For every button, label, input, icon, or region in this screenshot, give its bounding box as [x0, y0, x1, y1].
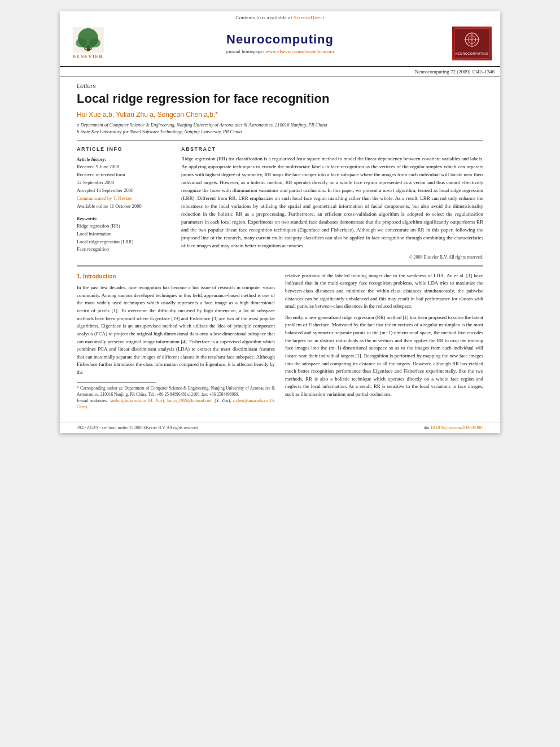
- article-body: Letters Local ridge regression for face …: [60, 77, 500, 422]
- keyword-2: Local information: [77, 231, 170, 238]
- section-divider: [77, 140, 483, 141]
- body-column-left: 1. Introduction In the past few decades,…: [77, 272, 275, 410]
- footnote-email: E-mail addresses: xuehui@nuaa.edu.cn (H.…: [77, 397, 275, 410]
- revised-date: 12 September 2008: [77, 180, 170, 186]
- received-date: Received 9 June 2008: [77, 164, 170, 171]
- article-title: Local ridge regression for face recognit…: [77, 91, 483, 106]
- svg-point-4: [89, 38, 100, 47]
- history-label: Article history:: [77, 156, 170, 162]
- article-info-title: ARTICLE INFO: [77, 146, 170, 152]
- elsevier-tree-icon: [73, 27, 104, 53]
- doi-text: doi:10.1016/j.neucom.2008.09.007: [424, 425, 483, 430]
- email2-cont: (Y. Zhu),: [215, 398, 231, 403]
- affiliation-b: b State Key Laboratory for Novel Softwar…: [77, 129, 483, 134]
- journal-ref-text: Neurocomputing 72 (2009) 1342–1346: [415, 69, 495, 75]
- info-abstract-columns: ARTICLE INFO Article history: Received 9…: [77, 146, 483, 259]
- intro-para1: In the past few decades, face recognitio…: [77, 284, 275, 377]
- journal-homepage: journal homepage: www.elsevier.com/locat…: [111, 49, 449, 54]
- elsevier-label: ELSEVIER: [73, 54, 103, 59]
- nc-logo-box: NEUROCOMPUTING: [452, 27, 492, 60]
- contents-available: Contents lists available at ScienceDirec…: [60, 15, 500, 20]
- homepage-text: journal homepage:: [226, 49, 264, 54]
- article-ref: Neurocomputing 72 (2009) 1342–1346: [60, 67, 500, 77]
- email1[interactable]: xuehui@nuaa.edu.cn (H. Xue),: [110, 398, 165, 403]
- available-online: Available online 11 October 2008: [77, 203, 170, 210]
- footnote-star-text: * Corresponding author at: Department of…: [77, 386, 275, 397]
- email2[interactable]: lianyi_1999@hotmail.com: [167, 398, 212, 403]
- keyword-3: Local ridge regression (LRR): [77, 239, 170, 246]
- section-label: Letters: [77, 82, 483, 89]
- elsevier-logo: ELSEVIER: [65, 25, 111, 62]
- communicated-by: Communicated by T. Heskes: [77, 195, 170, 202]
- page: Contents lists available at ScienceDirec…: [60, 11, 500, 433]
- sciencedirect-link[interactable]: ScienceDirect: [294, 15, 324, 20]
- bottom-bar: 0925-2312/$ - see front matter © 2008 El…: [60, 422, 500, 433]
- keywords-block: Keywords: Ridge regression (RR) Local in…: [77, 216, 170, 254]
- intro-para3: Recently, a new generalized ridge regres…: [285, 314, 483, 399]
- issn-text: 0925-2312/$ - see front matter © 2008 El…: [77, 425, 199, 430]
- body-columns: 1. Introduction In the past few decades,…: [77, 272, 483, 410]
- svg-point-3: [76, 38, 87, 47]
- journal-title-block: Neurocomputing journal homepage: www.els…: [111, 32, 449, 54]
- journal-title: Neurocomputing: [111, 32, 449, 47]
- affiliation-a: a Department of Computer Science & Engin…: [77, 122, 483, 128]
- doi-label: doi:: [424, 425, 431, 430]
- revised-label: Received in revised form: [77, 172, 170, 178]
- journal-header: Contents lists available at ScienceDirec…: [60, 11, 500, 67]
- abstract-title: ABSTRACT: [181, 146, 483, 152]
- contents-text: Contents lists available at: [235, 15, 292, 20]
- email-label: E-mail addresses:: [77, 398, 108, 403]
- intro-heading: 1. Introduction: [77, 272, 275, 281]
- abstract-column: ABSTRACT Ridge regression (RR) for class…: [181, 146, 483, 259]
- svg-text:NEUROCOMPUTING: NEUROCOMPUTING: [456, 52, 489, 55]
- accepted-date: Accepted 16 September 2008: [77, 187, 170, 194]
- keyword-1: Ridge regression (RR): [77, 223, 170, 230]
- authors: Hui Xue a,b, Yulian Zhu a, Songcan Chen …: [77, 111, 483, 119]
- doi-value[interactable]: 10.1016/j.neucom.2008.09.007: [430, 425, 483, 430]
- footnote-divider: [77, 382, 156, 383]
- keywords-label: Keywords:: [77, 216, 170, 221]
- intro-para2: relative positions of the labeled traini…: [285, 272, 483, 311]
- main-divider: [77, 265, 483, 267]
- neurocomputing-logo: NEUROCOMPUTING: [449, 25, 495, 62]
- body-column-right: relative positions of the labeled traini…: [285, 272, 483, 410]
- homepage-link[interactable]: www.elsevier.com/locate/neucom: [265, 49, 334, 54]
- journal-banner: ELSEVIER Neurocomputing journal homepage…: [60, 23, 500, 64]
- abstract-text: Ridge regression (RR) for classification…: [181, 155, 483, 250]
- copyright: © 2008 Elsevier B.V. All rights reserved…: [181, 255, 483, 260]
- nc-logo-icon: NEUROCOMPUTING: [453, 27, 491, 60]
- article-info-column: ARTICLE INFO Article history: Received 9…: [77, 146, 170, 259]
- keyword-4: Face recognition: [77, 246, 170, 253]
- footnote-star: * Corresponding author at: Department of…: [77, 385, 275, 398]
